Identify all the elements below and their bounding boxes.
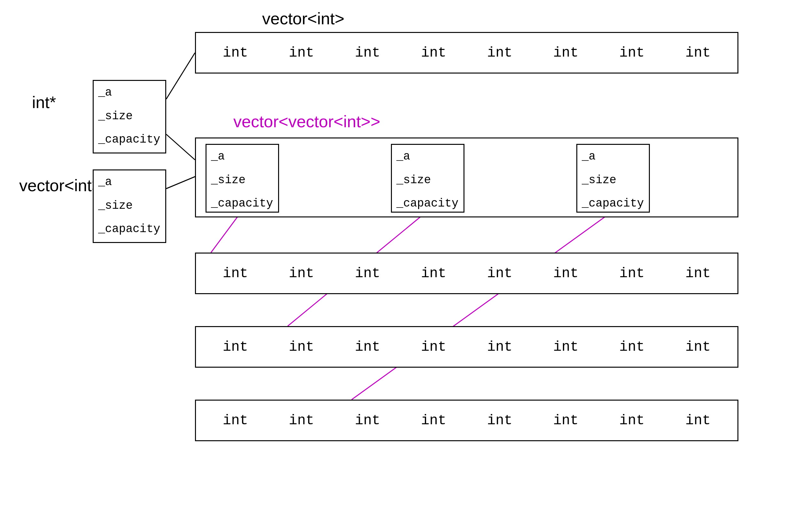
int-cell: int: [467, 413, 533, 429]
int-cells-top: int int int int int int int int: [196, 33, 738, 72]
svg-line-1: [166, 134, 195, 160]
inner2-field-size: _size: [392, 168, 464, 192]
label-vector-vector-int: vector<vector<int>>: [233, 112, 380, 131]
int-ptr-struct-box: _a _size _capacity: [93, 80, 166, 154]
label-int-ptr: int*: [32, 93, 56, 112]
int-array-mid: int int int int int int int int: [195, 253, 739, 294]
int-cell: int: [202, 339, 269, 355]
int-cell: int: [665, 413, 731, 429]
int-cell: int: [202, 413, 269, 429]
int-cells-mid: int int int int int int int int: [196, 254, 738, 293]
svg-line-3: [211, 212, 241, 253]
int-cell: int: [335, 265, 401, 281]
int-cell: int: [401, 265, 467, 281]
int-cell: int: [269, 413, 335, 429]
int-cell: int: [599, 265, 665, 281]
int-cell: int: [335, 339, 401, 355]
int-cell: int: [665, 265, 731, 281]
int-cell: int: [467, 339, 533, 355]
int-cell: int: [665, 45, 731, 61]
int-array-top: int int int int int int int int: [195, 32, 739, 74]
int-cell: int: [335, 413, 401, 429]
int-cell: int: [269, 339, 335, 355]
diagram: vector<int> int* vector<int>* vector<vec…: [0, 0, 810, 532]
int-cell: int: [599, 45, 665, 61]
inner3-field-size: _size: [577, 168, 649, 192]
int-cell: int: [533, 339, 599, 355]
int-cells-bottom: int int int int int int int int: [196, 401, 738, 440]
vec-int-ptr-field-a: _a: [94, 171, 165, 194]
inner2-field-a: _a: [392, 145, 464, 168]
int-cell: int: [401, 339, 467, 355]
vec-int-ptr-struct-box: _a _size _capacity: [93, 170, 166, 243]
int-cell: int: [533, 265, 599, 281]
int-cell: int: [599, 339, 665, 355]
vec-int-ptr-field-capacity: _capacity: [94, 217, 165, 241]
int-cell: int: [401, 413, 467, 429]
int-array-lower: int int int int int int int int: [195, 326, 739, 368]
int-cell: int: [599, 413, 665, 429]
inner-struct-box-1: _a _size _capacity: [206, 144, 279, 213]
vec-int-ptr-field-size: _size: [94, 194, 165, 218]
int-cell: int: [269, 265, 335, 281]
vec-vec-array-box: _a _size _capacity _a _size _capacity _a…: [195, 138, 739, 217]
int-ptr-field-capacity: _capacity: [94, 128, 165, 151]
int-cell: int: [335, 45, 401, 61]
inner1-field-size: _size: [207, 168, 278, 192]
int-ptr-field-size: _size: [94, 104, 165, 128]
int-cell: int: [467, 45, 533, 61]
int-cell: int: [401, 45, 467, 61]
inner3-field-a: _a: [577, 145, 649, 168]
int-ptr-field-a: _a: [94, 81, 165, 104]
int-cells-lower: int int int int int int int int: [196, 327, 738, 367]
label-vector-int-top: vector<int>: [262, 9, 344, 28]
inner-struct-box-3: _a _size _capacity: [576, 144, 650, 213]
inner2-field-capacity: _capacity: [392, 192, 464, 215]
int-cell: int: [665, 339, 731, 355]
int-cell: int: [533, 45, 599, 61]
inner1-field-capacity: _capacity: [207, 192, 278, 215]
int-cell: int: [269, 45, 335, 61]
int-array-bottom: int int int int int int int int: [195, 400, 739, 441]
int-cell: int: [467, 265, 533, 281]
inner3-field-capacity: _capacity: [577, 192, 649, 215]
svg-line-5: [352, 212, 612, 400]
int-cell: int: [202, 265, 269, 281]
svg-line-0: [166, 53, 195, 99]
int-cell: int: [202, 45, 269, 61]
inner-struct-box-2: _a _size _capacity: [391, 144, 465, 213]
inner1-field-a: _a: [207, 145, 278, 168]
int-cell: int: [533, 413, 599, 429]
